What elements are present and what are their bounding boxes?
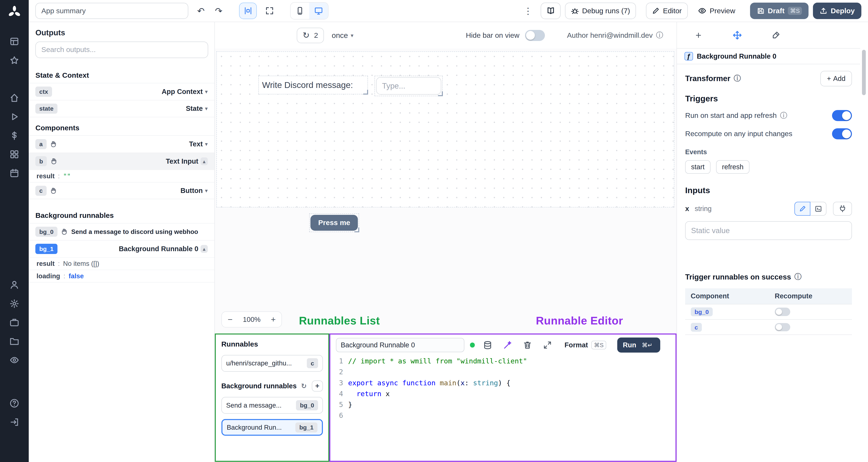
runnables-title: Runnables <box>221 340 323 349</box>
runnable-editor-panel: Format ⌘S Run ⌘↵ 123456 // import * as w… <box>329 333 676 462</box>
output-row-state[interactable]: state State▾ <box>29 100 214 117</box>
more-menu-button[interactable]: ⋮ <box>520 3 536 19</box>
info-icon[interactable]: ⓘ <box>795 272 802 282</box>
format-button[interactable]: Format ⌘S <box>565 341 606 350</box>
cache-database-icon[interactable] <box>480 338 495 352</box>
runnables-list-panel: Runnables u/henri/scrape_githu... c Back… <box>215 333 329 462</box>
runnable-item-bg0[interactable]: Send a message... bg_0 <box>221 397 323 414</box>
static-edit-pencil-icon[interactable] <box>795 202 810 216</box>
expr-code-icon[interactable] <box>810 202 827 216</box>
runnable-bg0-badge: bg_0 <box>296 400 318 410</box>
zoom-out-button[interactable]: − <box>222 312 239 327</box>
search-outputs-input[interactable] <box>35 41 208 58</box>
runnable-name-input[interactable] <box>336 338 464 352</box>
chevron-down-icon: ▾ <box>205 141 208 147</box>
favorites-star-icon[interactable] <box>4 51 24 70</box>
textinput-component[interactable] <box>374 76 443 96</box>
app-grid[interactable]: Write Discord message: Press me <box>216 52 674 207</box>
folders-icon[interactable] <box>4 332 24 351</box>
alignment-button[interactable] <box>239 3 257 19</box>
add-runnable-button[interactable]: + <box>312 381 323 392</box>
runnable-item-bg1[interactable]: Background Run... bg_1 <box>221 419 323 436</box>
plus-icon: + <box>827 75 831 82</box>
drag-hand-icon[interactable] <box>50 187 57 194</box>
press-me-button[interactable]: Press me <box>310 215 358 231</box>
editor-tab-button[interactable]: Editor <box>646 3 688 19</box>
row-bg0-badge[interactable]: bg_0 <box>691 307 713 316</box>
output-row-b[interactable]: b Text Input▴ <box>29 153 214 170</box>
row-c-badge[interactable]: c <box>691 323 702 332</box>
draft-shortcut: ⌘S <box>788 7 802 15</box>
text-component-value: Write Discord message: <box>262 80 353 90</box>
docs-book-button[interactable] <box>541 3 561 19</box>
info-icon[interactable]: ⓘ <box>734 74 741 83</box>
home-icon[interactable] <box>4 89 24 107</box>
chevron-down-icon: ▾ <box>351 32 353 39</box>
scrollbar-thumb[interactable] <box>862 50 866 95</box>
apps-table-icon[interactable] <box>4 32 24 51</box>
hide-bar-label: Hide bar on view <box>466 31 519 39</box>
mobile-view-icon[interactable] <box>290 3 309 19</box>
help-icon[interactable] <box>4 394 24 413</box>
run-button[interactable]: Run ⌘↵ <box>617 337 660 352</box>
runs-play-icon[interactable] <box>4 107 24 126</box>
preview-tab-button[interactable]: Preview <box>692 3 741 19</box>
desktop-view-icon[interactable] <box>309 3 328 19</box>
event-chip-start[interactable]: start <box>685 160 711 173</box>
output-row-bg1[interactable]: bg_1 Background Runnable 0▴ <box>29 240 214 257</box>
code-lines[interactable]: // import * as wmill from "windmill-clie… <box>348 356 675 461</box>
resources-grid-icon[interactable] <box>4 145 24 164</box>
event-chip-refresh[interactable]: refresh <box>716 160 749 173</box>
chevron-up-icon[interactable]: ▴ <box>200 245 208 253</box>
recompute-c-toggle[interactable] <box>775 323 790 331</box>
add-transformer-button[interactable]: +Add <box>820 71 852 86</box>
debug-runs-button[interactable]: Debug runs (7) <box>565 3 636 19</box>
recompute-bg0-toggle[interactable] <box>775 307 790 316</box>
redo-button[interactable]: ↷ <box>210 3 227 19</box>
expand-editor-icon[interactable] <box>540 338 555 352</box>
deploy-button[interactable]: Deploy <box>813 3 861 19</box>
code-editor[interactable]: 123456 // import * as wmill from "windmi… <box>330 356 675 461</box>
refresh-interval-select[interactable]: once ▾ <box>332 31 353 40</box>
drag-hand-icon[interactable] <box>61 228 68 235</box>
text-component[interactable]: Write Discord message: <box>258 76 368 95</box>
workers-briefcase-icon[interactable] <box>4 313 24 332</box>
refresh-app-button[interactable]: ↻ 2 <box>297 28 324 43</box>
user-icon[interactable] <box>4 275 24 294</box>
button-component[interactable]: Press me <box>309 213 359 232</box>
refresh-icon[interactable]: ↻ <box>301 382 307 390</box>
tab-styling-brush-icon[interactable] <box>769 28 783 42</box>
schedules-calendar-icon[interactable] <box>4 164 24 183</box>
info-icon[interactable]: ⓘ <box>780 111 787 121</box>
output-row-bg0[interactable]: bg_0 Send a message to discord using web… <box>29 223 214 240</box>
discord-message-input[interactable] <box>376 77 441 95</box>
collapse-sidebar-icon[interactable] <box>4 412 24 431</box>
info-icon[interactable]: ⓘ <box>656 31 663 40</box>
delete-trash-icon[interactable] <box>520 338 535 352</box>
vertical-scrollbar[interactable] <box>860 22 868 462</box>
app-summary-input[interactable] <box>35 3 188 19</box>
chevron-up-icon[interactable]: ▴ <box>200 157 208 165</box>
drag-hand-icon[interactable] <box>50 140 57 148</box>
draft-button[interactable]: Draft ⌘S <box>750 3 808 19</box>
settings-gear-icon[interactable] <box>4 294 24 313</box>
zoom-in-button[interactable]: + <box>265 312 282 327</box>
run-on-start-toggle[interactable] <box>832 110 852 121</box>
connect-plug-icon[interactable] <box>833 202 852 216</box>
tab-settings-move-icon[interactable] <box>730 28 744 42</box>
variables-dollar-icon[interactable] <box>4 126 24 145</box>
undo-button[interactable]: ↶ <box>193 3 209 19</box>
fullscreen-icon[interactable] <box>261 3 278 19</box>
runnable-item-script[interactable]: u/henri/scrape_githu... c <box>221 355 323 372</box>
drag-hand-icon[interactable] <box>50 158 58 165</box>
recompute-toggle[interactable] <box>832 128 852 139</box>
tab-insert-plus-icon[interactable]: + <box>691 28 706 42</box>
output-row-a[interactable]: a Text▾ <box>29 135 214 153</box>
hide-bar-toggle[interactable] <box>525 30 545 41</box>
output-row-ctx[interactable]: ctx App Context▾ <box>29 83 214 100</box>
audit-eye-icon[interactable] <box>4 351 24 370</box>
output-row-c[interactable]: c Button▾ <box>29 182 214 199</box>
static-value-input[interactable] <box>685 221 852 240</box>
windmill-logo-icon[interactable] <box>7 4 22 20</box>
ai-wand-icon[interactable] <box>500 338 515 352</box>
